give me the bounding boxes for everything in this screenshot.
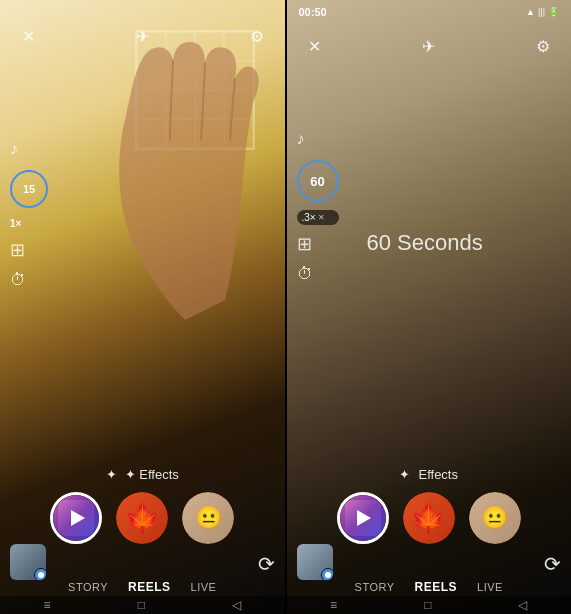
thumb-badge-dot-right — [325, 572, 331, 578]
nav-back-icon-right[interactable]: ◁ — [518, 598, 527, 612]
settings-icon[interactable]: ⚙ — [243, 22, 271, 50]
effect-reels[interactable] — [50, 492, 102, 544]
effect-reels-right[interactable] — [337, 492, 389, 544]
left-panel: ✕ ✈ ⚙ ♪ 15 1× ⊞ ⏱ ✦ ✦ Effects — [0, 0, 285, 614]
face-icon: 😐 — [195, 505, 222, 531]
speed-close-icon[interactable]: ✕ — [318, 213, 325, 222]
maple-leaf-icon-right: 🍁 — [411, 502, 446, 535]
effects-star-icon: ✦ — [106, 467, 117, 482]
nav-bar-right: ≡ □ ◁ — [287, 596, 572, 614]
speed-x-badge[interactable]: .3× ✕ — [297, 210, 339, 225]
effects-label-right[interactable]: ✦ Effects — [287, 467, 572, 482]
bottom-area: ✦ ✦ Effects 🍁 😐 — [0, 467, 285, 544]
mode-reels-right[interactable]: REELS — [405, 580, 468, 594]
nav-bar: ≡ □ ◁ — [0, 596, 285, 614]
top-controls-right: ✕ ✈ ⚙ — [287, 32, 572, 60]
settings-icon-right[interactable]: ⚙ — [529, 32, 557, 60]
timer-icon-right[interactable]: ⏱ — [297, 265, 339, 283]
layout-icon[interactable]: ⊞ — [10, 239, 48, 261]
thumb-badge-dot — [38, 572, 44, 578]
seconds-label: 60 Seconds — [367, 230, 552, 256]
mode-tabs-right: STORY REELS LIVE ⟳ — [287, 580, 572, 594]
status-time: 00:50 — [299, 6, 327, 18]
reels-inner — [58, 500, 94, 536]
top-controls: ✕ ✈ ⚙ — [0, 22, 285, 50]
nav-menu-icon[interactable]: ≡ — [44, 598, 51, 612]
effect-face[interactable]: 😐 — [182, 492, 234, 544]
effects-star-icon-right: ✦ — [399, 467, 410, 482]
thumb-badge-right — [321, 568, 333, 580]
effect-maple-right[interactable]: 🍁 — [403, 492, 455, 544]
music-icon-right[interactable]: ♪ — [297, 130, 339, 148]
camera-thumbnail-right[interactable] — [297, 544, 333, 580]
nav-back-icon[interactable]: ◁ — [232, 598, 241, 612]
left-sidebar: ♪ 15 1× ⊞ ⏱ — [10, 140, 48, 291]
nav-home-icon-right[interactable]: □ — [424, 598, 431, 612]
battery-icon: 🔋 — [548, 7, 559, 17]
timer-60-circle[interactable]: 60 — [297, 160, 339, 202]
flip-camera-icon-right[interactable]: ⟳ — [544, 552, 561, 576]
timer-icon[interactable]: ⏱ — [10, 271, 48, 289]
signal-icon: ||| — [538, 7, 545, 17]
hand-silhouette — [105, 40, 265, 320]
left-sidebar-right: ♪ 60 .3× ✕ ⊞ ⏱ — [297, 130, 339, 285]
mode-story[interactable]: STORY — [58, 581, 118, 593]
face-icon-right: 😐 — [481, 505, 508, 531]
maple-leaf-icon: 🍁 — [125, 502, 160, 535]
close-button-right[interactable]: ✕ — [301, 32, 329, 60]
mode-live-right[interactable]: LIVE — [467, 581, 513, 593]
status-icons: ▲ ||| 🔋 — [526, 7, 559, 17]
close-button[interactable]: ✕ — [14, 22, 42, 50]
nav-menu-icon-right[interactable]: ≡ — [330, 598, 337, 612]
play-icon — [71, 510, 85, 526]
play-icon-right — [357, 510, 371, 526]
right-panel: 00:50 ▲ ||| 🔋 ✕ ✈ ⚙ ♪ 60 .3× ✕ ⊞ ⏱ 60 Se… — [287, 0, 572, 614]
flip-camera-icon[interactable]: ⟳ — [258, 552, 275, 576]
bottom-area-right: ✦ Effects 🍁 😐 — [287, 467, 572, 544]
music-icon[interactable]: ♪ — [10, 140, 48, 158]
mode-tabs: STORY REELS LIVE ⟳ — [0, 580, 285, 594]
thumb-badge — [34, 568, 46, 580]
effects-text: ✦ Effects — [125, 467, 179, 482]
mode-reels[interactable]: REELS — [118, 580, 181, 594]
effects-text-right: Effects — [418, 467, 458, 482]
effects-row-right: 🍁 😐 — [287, 492, 572, 544]
speed-value: .3× — [302, 212, 316, 223]
effect-face-right[interactable]: 😐 — [469, 492, 521, 544]
flash-off-icon[interactable]: ✈ — [128, 22, 156, 50]
status-bar: 00:50 ▲ ||| 🔋 — [287, 6, 572, 18]
camera-thumbnail[interactable] — [10, 544, 46, 580]
reels-inner-right — [345, 500, 381, 536]
flash-off-icon-right[interactable]: ✈ — [415, 32, 443, 60]
effects-label[interactable]: ✦ ✦ Effects — [0, 467, 285, 482]
layout-icon-right[interactable]: ⊞ — [297, 233, 339, 255]
mode-story-right[interactable]: STORY — [345, 581, 405, 593]
wifi-icon: ▲ — [526, 7, 535, 17]
nav-home-icon[interactable]: □ — [138, 598, 145, 612]
effects-row: 🍁 😐 — [0, 492, 285, 544]
mode-live[interactable]: LIVE — [181, 581, 227, 593]
timer-15-circle[interactable]: 15 — [10, 170, 48, 208]
speed-badge[interactable]: 1× — [10, 218, 48, 229]
effect-maple[interactable]: 🍁 — [116, 492, 168, 544]
